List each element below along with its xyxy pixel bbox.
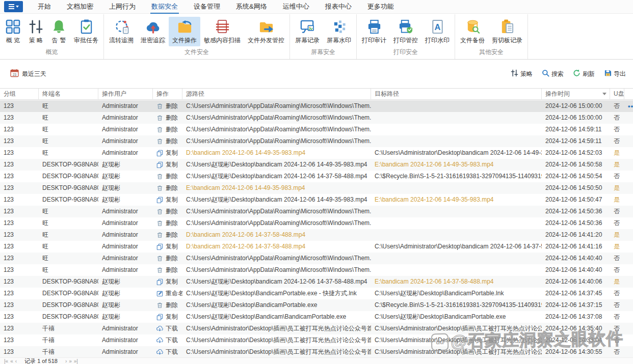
ribbon-item-leak-cloud[interactable]: 泄密追踪 <box>137 17 169 46</box>
svg-text:23: 23 <box>13 73 17 76</box>
table-row[interactable]: 123旺Administrator删除C:\Users\Administrato… <box>0 100 633 112</box>
export-icon <box>604 69 612 78</box>
cell-more <box>624 264 633 276</box>
table-row[interactable]: 123千禧Administrator下载C:\Users\Administrat… <box>0 334 633 346</box>
column-header-1[interactable]: 终端名 <box>39 89 98 99</box>
cell-time: 2024-12-06 14:37:15 <box>542 299 610 311</box>
ribbon-item-policy-sliders[interactable]: 策 略 <box>24 17 47 46</box>
table-row[interactable]: 123旺Administrator删除C:\Users\Administrato… <box>0 264 633 276</box>
ribbon-item-print-control-shield[interactable]: 打印管控 <box>390 17 421 46</box>
menu-tab-1[interactable]: 文档加密 <box>66 0 94 14</box>
menu-tab-6[interactable]: 运维中心 <box>282 0 310 14</box>
table-row[interactable]: 123DESKTOP-9G8NA80赵现彬复制C:\Users\赵现彬\Desk… <box>0 194 633 206</box>
filter-dropdown-icon[interactable] <box>602 93 606 95</box>
menu-tab-8[interactable]: 更多功能 <box>366 0 395 14</box>
copy-icon <box>156 161 163 168</box>
table-row[interactable]: 123旺Administrator复制D:\bandicam 2024-12-0… <box>0 241 633 253</box>
date-range-filter[interactable]: 23 最近三天 <box>10 69 46 79</box>
table-row[interactable]: 123DESKTOP-9G8NA80赵现彬重命名C:\Users\赵现彬\Des… <box>0 288 633 299</box>
refresh-button[interactable]: 刷新 <box>573 69 595 78</box>
column-header-5[interactable]: 目标路径 <box>371 89 542 99</box>
sliders-button[interactable]: 策略 <box>511 69 533 78</box>
app-menu-button[interactable] <box>4 1 23 12</box>
calendar-icon: 23 <box>10 69 19 79</box>
ribbon-item-print-watermark-a[interactable]: A打印水印 <box>421 17 453 46</box>
table-row[interactable]: 123旺Administrator删除C:\Users\Administrato… <box>0 135 633 147</box>
copy-icon <box>156 197 163 203</box>
table-row[interactable]: 123旺Administrator删除C:\Users\Administrato… <box>0 112 633 124</box>
table-row[interactable]: 123千禧Administrator下载C:\Users\Administrat… <box>0 346 633 358</box>
ribbon-item-screen-monitor[interactable]: 屏幕记录 <box>292 17 323 46</box>
menu-tab-3[interactable]: 数据安全 <box>150 0 179 14</box>
column-header-7[interactable]: U盘 <box>610 89 624 99</box>
ribbon-item-screen-watermark-pixels[interactable]: 屏幕水印 <box>323 17 355 46</box>
row-more-actions-button[interactable]: ••• <box>628 102 633 110</box>
table-row[interactable]: 123DESKTOP-9G8NA80赵现彬删除E:\bandicam 2024-… <box>0 182 633 194</box>
prev-page-button[interactable]: ‹ <box>14 358 18 364</box>
menu-tab-4[interactable]: 设备管理 <box>193 0 221 14</box>
ribbon-item-print-audit[interactable]: 打印审计 <box>358 17 390 46</box>
table-row[interactable]: 123DESKTOP-9G8NA80赵现彬复制C:\Users\赵现彬\Desk… <box>0 159 633 171</box>
last-page-button[interactable]: »| <box>73 358 79 364</box>
ribbon-item-file-backup-db[interactable]: 文件备份 <box>457 17 488 46</box>
fast-prev-button[interactable]: « <box>9 358 14 364</box>
table-row[interactable]: 123DESKTOP-9G8NA80赵现彬删除C:\Users\赵现彬\Desk… <box>0 171 633 182</box>
cell-target-path: C:\Users\赵现彬\Desktop\BandicamPortable.ln… <box>371 288 542 299</box>
column-header-3[interactable]: 操作 <box>153 89 182 99</box>
table-row[interactable]: 123旺Administrator删除C:\Users\Administrato… <box>0 253 633 264</box>
table-row[interactable]: 123旺Administrator删除C:\Users\Administrato… <box>0 217 633 229</box>
first-page-button[interactable]: |« <box>3 358 9 364</box>
cell-operation: 删除 <box>153 217 182 229</box>
clipboard-record-icon <box>499 19 515 35</box>
cell-group: 123 <box>0 100 39 112</box>
table-row[interactable]: 123DESKTOP-9G8NA80赵现彬复制C:\Users\赵现彬\Desk… <box>0 276 633 288</box>
cell-time: 2024-12-06 14:50:58 <box>542 159 610 171</box>
ribbon-item-trace-cycle[interactable]: 流转追溯 <box>106 17 137 46</box>
action-label: 策略 <box>520 70 533 78</box>
table-row[interactable]: 123旺Administrator复制D:\bandicam 2024-12-0… <box>0 147 633 159</box>
cell-terminal: DESKTOP-9G8NA80 <box>39 288 98 299</box>
menu-tab-5[interactable]: 系统&网络 <box>235 0 268 14</box>
ribbon-item-label: 概 览 <box>6 36 20 45</box>
cell-time: 2024-12-06 14:50:36 <box>542 217 610 229</box>
menu-tab-7[interactable]: 报表中心 <box>324 0 353 14</box>
search-button[interactable]: 搜索 <box>542 69 564 78</box>
ribbon-item-overview-grid[interactable]: 概 览 <box>2 17 24 46</box>
cell-operation: 删除 <box>153 124 182 135</box>
ribbon-item-alert-bell[interactable]: 告 警 <box>47 17 70 46</box>
svg-text:A: A <box>434 22 440 32</box>
cell-time: 2024-12-06 15:00:00 <box>542 112 610 124</box>
table-row[interactable]: 123旺Administrator删除D:\bandicam 2024-12-0… <box>0 229 633 241</box>
cell-group: 123 <box>0 206 39 217</box>
fast-next-button[interactable]: » <box>68 358 73 364</box>
ribbon-item-file-outgoing-folder[interactable]: 文件外发管控 <box>244 17 288 46</box>
data-security-console-window: 开始文档加密上网行为数据安全设备管理系统&网络运维中心报表中心更多功能 概 览策… <box>0 0 633 364</box>
menu-tab-2[interactable]: 上网行为 <box>108 0 137 14</box>
ribbon-item-clipboard-record[interactable]: 剪切板记录 <box>488 17 526 46</box>
column-header-6[interactable]: 操作时间 <box>542 89 610 99</box>
cell-user: Administrator <box>98 253 153 264</box>
delete-icon <box>156 115 163 121</box>
export-button[interactable]: 导出 <box>604 69 626 78</box>
table-row[interactable]: 123DESKTOP-9G8NA80赵现彬复制C:\Users\赵现彬\Desk… <box>0 311 633 323</box>
menu-tab-0[interactable]: 开始 <box>37 0 52 14</box>
column-header-4[interactable]: 源路径 <box>182 89 371 99</box>
table-row[interactable]: 123DESKTOP-9G8NA80赵现彬删除C:\Users\赵现彬\Desk… <box>0 299 633 311</box>
column-header-0[interactable]: 分组 <box>0 89 39 99</box>
column-header-2[interactable]: 操作用户 <box>98 89 153 99</box>
ribbon-item-sensitive-scan[interactable]: 敏感内容扫描 <box>200 17 244 46</box>
cell-terminal: DESKTOP-9G8NA80 <box>39 299 98 311</box>
operation-label: 删除 <box>166 206 178 217</box>
table-row[interactable]: 123千禧Administrator下载C:\Users\Administrat… <box>0 323 633 334</box>
operation-label: 复制 <box>166 159 178 171</box>
delete-icon <box>156 220 163 227</box>
cell-more <box>624 288 633 299</box>
ribbon-item-approval-clipboard[interactable]: 审批任务 <box>70 17 102 46</box>
ribbon-item-file-ops-folder[interactable]: 文件操作 <box>169 17 200 46</box>
cell-target-path <box>371 112 542 124</box>
cell-time: 2024-12-06 14:40:40 <box>542 264 610 276</box>
table-row[interactable]: 123旺Administrator删除C:\Users\Administrato… <box>0 124 633 135</box>
delete-icon <box>156 302 163 309</box>
cell-more <box>624 194 633 206</box>
table-row[interactable]: 123旺Administrator删除C:\Users\Administrato… <box>0 206 633 217</box>
